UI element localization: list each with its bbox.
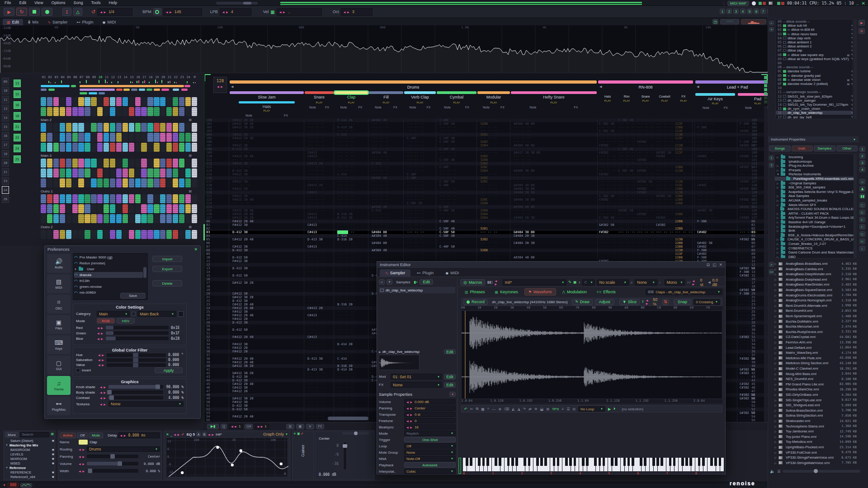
tracker-cell[interactable]: ··· ·· ··: [697, 133, 736, 136]
preset-spinner[interactable]: ◀ ▶: [495, 279, 501, 286]
tracker-cell[interactable]: ··· ·· ··: [439, 169, 476, 173]
matrix-cell[interactable]: [72, 133, 78, 142]
tracker-cell[interactable]: ··· ·· ··: [372, 140, 402, 144]
black-key[interactable]: [511, 458, 514, 466]
matrix-cell[interactable]: [60, 169, 65, 178]
matrix-cell[interactable]: [154, 143, 159, 152]
file-row[interactable]: ▷Toy-Melodica.xrni14.099 KB: [774, 439, 857, 444]
matrix-cell[interactable]: [160, 204, 165, 213]
tracker-cell[interactable]: ··· ·· ··: [337, 205, 367, 209]
black-key[interactable]: [669, 458, 672, 466]
mode-rgb[interactable]: RGB: [97, 318, 115, 324]
tracker-cell[interactable]: C#412 20 40: [232, 212, 303, 216]
matrix-cell[interactable]: [116, 194, 122, 203]
tracker-cell[interactable]: D-414 20: [337, 118, 367, 122]
user-icon[interactable]: ♟: [859, 186, 865, 192]
tracker-cell[interactable]: C-414: [337, 133, 367, 136]
black-key[interactable]: [536, 458, 539, 466]
theme-import-button[interactable]: Import: [152, 256, 182, 262]
track-color-bar[interactable]: [477, 91, 510, 94]
filter-spinner[interactable]: ◀ ▶: [98, 358, 104, 361]
tracker-cell[interactable]: 3204: [480, 212, 509, 216]
black-key[interactable]: [615, 458, 618, 466]
wave-tool-icon-6[interactable]: ⌫: [504, 407, 509, 411]
prefs-nav-theme[interactable]: ♫Theme: [47, 376, 71, 395]
tab-mix[interactable]: ⅲMix: [24, 19, 42, 25]
theme-item[interactable]: ◠Redux (renoise): [74, 260, 143, 266]
pattern-scroll-blocks[interactable]: [764, 76, 767, 79]
tracker-cell[interactable]: ··· ·· ··: [407, 191, 435, 194]
tracker-cell[interactable]: F#412 30: [232, 180, 303, 183]
home-icon[interactable]: ⌂: [859, 179, 865, 184]
channel-spinner[interactable]: ◀ ▶: [97, 337, 104, 340]
tracker-cell[interactable]: C-50F 50: [439, 140, 476, 144]
matrix-alias-bar[interactable]: [161, 89, 169, 91]
status-dropdown-icon[interactable]: ▼: [3, 483, 6, 487]
prop-control[interactable]: Repitch▼: [404, 431, 456, 436]
velocity-spinner[interactable]: ◀ ▶: [279, 10, 286, 14]
note-column-label[interactable]: Note: [375, 106, 382, 109]
matrix-cell[interactable]: [123, 123, 128, 132]
track-name[interactable]: Verb Clap: [404, 95, 436, 99]
tracker-cell[interactable]: ··· ·· ··: [697, 194, 736, 198]
prefs-nav-osc[interactable]: ⌗OSC: [47, 295, 71, 314]
matrix-cell[interactable]: [185, 107, 191, 116]
tracker-cell[interactable]: D-412 30: [232, 230, 303, 234]
matrix-cell[interactable]: [160, 169, 165, 178]
tracker-cell[interactable]: G#412 30 20: [232, 296, 303, 299]
matrix-cell[interactable]: [166, 97, 172, 106]
tracker-cell[interactable]: ··· ·· ··: [618, 198, 635, 202]
instr-expand-button[interactable]: +: [769, 27, 774, 32]
matrix-cell[interactable]: [72, 123, 78, 132]
matrix-seq-green[interactable]: 21: [14, 123, 21, 131]
tracker-cell[interactable]: C#412 30: [232, 245, 303, 249]
matrix-cell[interactable]: [160, 133, 165, 142]
file-row[interactable]: ▷AnalogBass-RawSinister.xrni2.483 KB: [774, 282, 857, 287]
matrix-cell[interactable]: [129, 204, 134, 213]
wave-tool-icon-10[interactable]: ⇄: [528, 407, 532, 411]
properties-expand-icon[interactable]: ▼: [853, 138, 856, 141]
track-prop-spinner[interactable]: ◀ ▶: [79, 462, 85, 465]
tracker-cell[interactable]: ··· ·· ··: [697, 187, 736, 191]
instrument-row[interactable]: 0E∞danoise wide vision▤∿: [776, 78, 853, 82]
tracker-cell[interactable]: ··· ·· ··: [337, 129, 367, 133]
file-row[interactable]: ▷AnalogBass-Cambia.xrni3.335 KB: [774, 267, 857, 272]
folder-row[interactable]: ▷AKUMA_sampled_breaks: [775, 198, 854, 202]
track-name[interactable]: Modular: [477, 95, 510, 99]
matrix-col-number[interactable]: 17: [141, 75, 147, 79]
tracker-cell[interactable]: ··· ·· ··: [514, 194, 596, 198]
tracker-cell[interactable]: ··· ·· ··: [232, 129, 303, 133]
tracker-cell[interactable]: ··· ·· ··: [372, 198, 402, 202]
tracker-cell[interactable]: ··· ·· ··: [599, 180, 616, 183]
instrument-row[interactable]: 09dblue air keys (grabbed from SQ8L VST)…: [776, 57, 853, 61]
tracker-cell[interactable]: 1130: [675, 191, 692, 194]
quick-slot-1[interactable]: 1: [859, 146, 865, 152]
matrix-cell[interactable]: [60, 143, 65, 152]
tracker-cell[interactable]: ··· ·· ··: [407, 140, 435, 144]
dsp-search-input[interactable]: Search: [20, 432, 49, 437]
folder-row[interactable]: ▷ARTIK - CLEAN HIT PACK: [775, 211, 854, 216]
tracker-cell[interactable]: ··· ·· ··: [697, 144, 736, 147]
gainer-min-icon[interactable]: ▣: [297, 432, 300, 436]
matrix-cell[interactable]: [147, 159, 153, 168]
tracker-cell[interactable]: ··· ·· ··: [514, 165, 596, 169]
tracker-cell[interactable]: ··· ·· ··: [407, 118, 435, 122]
tracker-cell[interactable]: ··· ·· ··: [372, 129, 402, 133]
theme-item[interactable]: ◠dracula: [74, 272, 143, 278]
black-key[interactable]: [714, 458, 717, 466]
folder-up-button[interactable]: ⮤: [769, 155, 774, 160]
instrument-row[interactable]: 13dh_clpsnr_swinger∿: [776, 99, 853, 103]
tracker-cell[interactable]: 1208: [675, 227, 692, 230]
tracker-cell[interactable]: C#402: [697, 183, 736, 187]
matrix-cell[interactable]: [60, 230, 65, 239]
tracker-cell[interactable]: ··· ·· ··: [618, 230, 635, 234]
matrix-cell[interactable]: [141, 214, 146, 223]
file-filter-button[interactable]: •••: [769, 269, 774, 274]
file-row[interactable]: ▷AnalogBass-BrassBass.xrni4.463 KB: [774, 261, 857, 266]
tracker-cell[interactable]: F#412 30: [232, 310, 303, 314]
fx-column-label[interactable]: FX: [724, 106, 728, 109]
track-play-button[interactable]: PLAY: [437, 101, 476, 104]
matrix-col-number[interactable]: 15: [129, 75, 135, 79]
tracker-cell[interactable]: C#302: [599, 198, 616, 202]
black-key[interactable]: [640, 458, 642, 466]
